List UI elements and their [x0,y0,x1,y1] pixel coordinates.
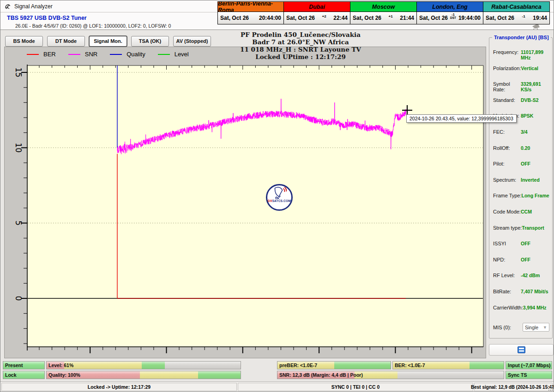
transponder-row-pilot-: Pilot:OFF [493,161,549,166]
clock-time-row: Sat, Oct 26-119:44 [483,12,549,24]
resize-grip[interactable] [548,386,554,391]
mode-button-bs-mode[interactable]: BS Mode [5,36,43,47]
legend-item-ber: BER [27,51,56,58]
clock-utc-offset: +1 [389,15,393,18]
transponder-value: Vertical [521,65,538,71]
transponder-row-code-mode-: Code Mode:CCM [493,209,549,214]
legend-swatch-ber [27,54,39,55]
legend-item-snr: SNR [68,51,97,58]
mode-button-tsa-ok-[interactable]: TSA (OK) [131,36,169,47]
tuner-name: TBS 5927 USB DVB-S2 Tuner [7,15,87,21]
transponder-row-stream-type-: Stream type:Transport [493,225,549,231]
transponder-row-symbol-rate-: Symbol Rate:3329,691 KS/s [493,81,549,92]
clock-time: 21:44 [400,15,414,21]
chart-legend: BERSNRQualityLevel [27,51,201,58]
clock-date: Sat, Oct 26 [353,15,381,21]
transponder-row-issyi: ISSYIOFF [493,241,549,246]
clock-moscow: MoscowSat, Oct 26+121:44 [350,1,417,24]
mode-button-av-stopped-[interactable]: AV (Stopped) [173,36,211,47]
annotation-line-2: Badr 7 at 26.0°E_NW Africa [197,38,404,46]
legend-swatch-quality [110,54,122,55]
transponder-label: RollOff: [493,145,521,151]
transponder-value: OFF [521,257,530,262]
clock-city-label: London, Eng [417,2,483,12]
status-bar: Locked -> Uptime: 12:17:29 SYNC 0 | TEI … [0,381,554,392]
transponder-value: 0.20 [521,145,530,151]
ber-bar: BER: <1.0E-7 [392,361,504,369]
snr-plot[interactable]: 051015 [5,47,486,358]
transponder-row-polarization-: Polarization:Vertical [493,65,549,71]
clock-time: 19:44:00 [458,15,481,21]
clock-date: Sat, Oct 26 [419,15,448,21]
transponder-label: CarrierWidth: [493,305,523,310]
input-label: Input (~7,07 Mbps) [506,362,550,368]
syncts-label: Sync TS [506,372,527,378]
present-bar: Present [3,361,45,369]
transponder-label: Standard: [493,97,521,103]
mode-button-row: BS ModeDT ModeSignal Mon.TSA (OK)AV (Sto… [5,36,211,47]
transponder-label: NPD: [493,257,521,262]
preber-bar: preBER: <1.0E-7 [277,361,391,369]
transponder-value: Inverted [521,177,540,183]
clock-date: Sat, Oct 26 [486,15,514,21]
clock-berlin-paris-vienna-roma: Berlin-Paris-Vienna-RomaSat, Oct 2620:44… [217,1,284,24]
dxsatcs-logo: DXSATCS.COM [266,184,293,211]
mis-select[interactable]: Single ▼ [523,323,549,332]
clock-time: 19:44 [533,15,547,21]
transponder-label: Frequency: [493,49,521,60]
transponder-label: Pilot: [493,161,521,166]
transponder-row-bitrate-: BitRate:7,407 Mbit/s [493,289,549,294]
transponder-value: 8PSK [521,113,533,119]
clock-time: 20:44:00 [259,15,281,21]
clock-date: Sat, Oct 26 [220,15,249,21]
clock-time: 22:44 [333,15,348,21]
legend-swatch-snr [68,54,80,55]
transponder-panel-title: Transponder (AU) [BS] [492,35,551,40]
lock-label: Lock [3,372,17,378]
save-icon [518,346,525,353]
logo-text: DXSATCS.COM [268,199,291,202]
svg-text:5: 5 [14,220,23,226]
status-sync: SYNC 0 | TEI 0 | CC 0 [238,383,473,391]
transponder-row-fec-: FEC:3/4 [493,129,549,135]
legend-swatch-level [158,54,170,55]
capture-button[interactable] [489,344,554,356]
transponder-label: ISSYI [493,241,521,246]
input-bar: Input (~7,07 Mbps) [506,361,552,369]
legend-label: SNR [85,51,97,58]
clock-city-label: Rabat-Casablanca [483,2,549,12]
transponder-label: Frame Type: [493,193,522,198]
mode-button-dt-mode[interactable]: DT Mode [47,36,85,47]
transponder-row-standard-: Standard:DVB-S2 [493,97,549,103]
clock-london-eng: London, EngSat, Oct 26-1DST19:44:00 [417,1,483,24]
clock-dubai: DubaiSat, Oct 26+222:44 [284,1,350,24]
legend-label: Level [175,51,189,58]
transponder-value: DVB-S2 [521,97,539,103]
transponder-row-npd-: NPD:OFF [493,257,549,262]
legend-item-quality: Quality [110,51,145,58]
snr-bar: SNR: 12,3 dB (Margin: 4,4 dB | Poor) [277,371,504,379]
clock-date: Sat, Oct 26 [286,15,315,21]
svg-text:10: 10 [14,143,23,153]
transponder-row-rf-level-: RF Level:-42 dBm [493,273,549,278]
status-best-signal: Best signal: 12,9 dB (2024-10-26 15:42) [474,383,553,391]
legend-item-level: Level [158,51,189,58]
clock-rabat-casablanca: Rabat-CasablancaSat, Oct 26-119:44 [483,1,550,24]
mode-button-signal-mon-[interactable]: Signal Mon. [89,36,127,47]
quality-bar: Quality: 100% [46,371,241,379]
transponder-value: Long Frame [522,193,549,198]
present-label: Present [3,362,23,368]
clock-city-label: Moscow [350,2,416,12]
transponder-row-frequency-: Frequency:11017,899 MHz [493,49,549,60]
transponder-label: Spectrum: [493,177,521,183]
tuner-settings: 26.0E - Badr 4/5/6/7 (ID: 0260) @ LOF1: … [15,23,171,29]
transponder-label: FEC: [493,129,521,135]
transponder-value: CCM [521,209,532,214]
transponder-label: Polarization: [493,65,521,71]
lock-bar: Lock [3,371,45,379]
mis-row: MIS (0): Single ▼ [493,323,549,332]
clock-utc-offset: +2 [322,15,326,18]
level-label: Level: 61% [47,362,73,368]
preber-label: preBER: <1.0E-7 [277,362,317,368]
transponder-row-spectrum-: Spectrum:Inverted [493,177,549,183]
